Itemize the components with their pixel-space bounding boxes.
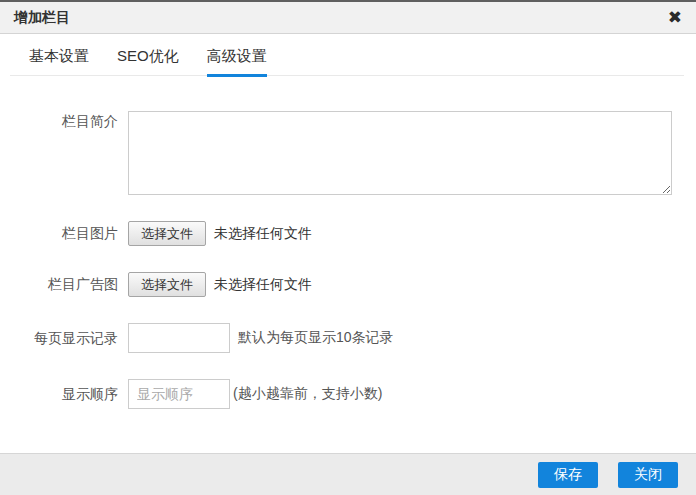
tab-basic-settings[interactable]: 基本设置 [29, 47, 89, 77]
page-size-label: 每页显示记录 [0, 326, 118, 351]
add-column-modal: 增加栏目 ✖ 基本设置 SEO优化 高级设置 栏目简介 栏目图片 选择文件 未选… [0, 0, 696, 409]
tab-seo-optimization[interactable]: SEO优化 [117, 47, 179, 77]
ad-image-file-status: 未选择任何文件 [214, 276, 312, 294]
intro-row: 栏目简介 [0, 111, 696, 195]
order-label: 显示顺序 [0, 382, 118, 407]
image-control: 选择文件 未选择任何文件 [128, 221, 312, 246]
intro-control [128, 111, 672, 195]
ad-image-choose-file-button[interactable]: 选择文件 [128, 272, 206, 297]
ad-image-label: 栏目广告图 [0, 272, 118, 297]
tab-advanced-settings[interactable]: 高级设置 [207, 47, 267, 77]
order-hint: (越小越靠前，支持小数) [233, 385, 382, 403]
tab-bar: 基本设置 SEO优化 高级设置 [10, 47, 684, 76]
page-size-hint: 默认为每页显示10条记录 [238, 329, 394, 347]
save-button[interactable]: 保存 [538, 462, 598, 488]
order-input[interactable] [128, 379, 230, 409]
order-control: (越小越靠前，支持小数) [128, 379, 382, 409]
modal-header: 增加栏目 ✖ [0, 0, 696, 34]
close-icon[interactable]: ✖ [668, 9, 682, 26]
page-size-control: 默认为每页显示10条记录 [128, 323, 394, 353]
image-choose-file-button[interactable]: 选择文件 [128, 221, 206, 246]
image-row: 栏目图片 选择文件 未选择任何文件 [0, 221, 696, 246]
intro-textarea[interactable] [128, 111, 672, 195]
ad-image-control: 选择文件 未选择任何文件 [128, 272, 312, 297]
advanced-settings-form: 栏目简介 栏目图片 选择文件 未选择任何文件 栏目广告图 选择文件 未选择任何文… [0, 76, 696, 409]
intro-label: 栏目简介 [0, 111, 118, 130]
image-file-status: 未选择任何文件 [214, 225, 312, 243]
modal-footer: 保存 关闭 [0, 453, 696, 495]
close-button[interactable]: 关闭 [618, 462, 678, 488]
page-size-row: 每页显示记录 默认为每页显示10条记录 [0, 323, 696, 353]
image-label: 栏目图片 [0, 221, 118, 246]
page-size-input[interactable] [128, 323, 230, 353]
modal-title: 增加栏目 [14, 9, 70, 27]
ad-image-row: 栏目广告图 选择文件 未选择任何文件 [0, 272, 696, 297]
order-row: 显示顺序 (越小越靠前，支持小数) [0, 379, 696, 409]
